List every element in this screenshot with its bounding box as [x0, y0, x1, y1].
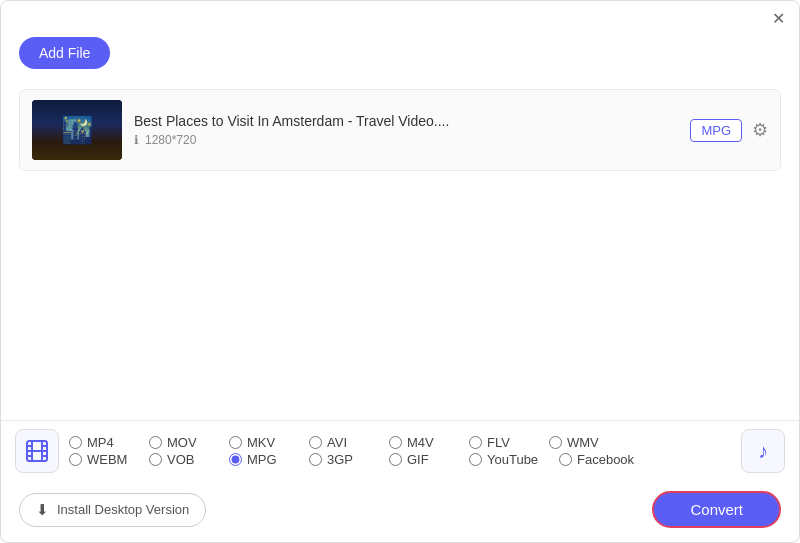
format-flv[interactable]: FLV: [469, 435, 549, 450]
info-icon: ℹ: [134, 133, 139, 147]
film-icon: [25, 439, 49, 463]
format-vob-radio[interactable]: [149, 453, 162, 466]
format-mkv[interactable]: MKV: [229, 435, 309, 450]
audio-format-icon[interactable]: ♪: [741, 429, 785, 473]
format-youtube-radio[interactable]: [469, 453, 482, 466]
format-mov-radio[interactable]: [149, 436, 162, 449]
settings-icon[interactable]: ⚙: [752, 119, 768, 141]
install-label: Install Desktop Version: [57, 502, 189, 517]
install-button[interactable]: ⬇ Install Desktop Version: [19, 493, 206, 527]
format-mov-label: MOV: [167, 435, 197, 450]
format-avi[interactable]: AVI: [309, 435, 389, 450]
format-webm[interactable]: WEBM: [69, 452, 149, 467]
format-mpg-radio[interactable]: [229, 453, 242, 466]
bottom-bar: MP4 MOV MKV AVI M4V FLV WM: [1, 420, 799, 542]
format-mkv-radio[interactable]: [229, 436, 242, 449]
format-vob-label: VOB: [167, 452, 194, 467]
file-list: Best Places to Visit In Amsterdam - Trav…: [19, 89, 781, 171]
format-m4v-radio[interactable]: [389, 436, 402, 449]
file-thumbnail: [32, 100, 122, 160]
format-avi-label: AVI: [327, 435, 347, 450]
format-bar: MP4 MOV MKV AVI M4V FLV WM: [1, 421, 799, 481]
top-area: Add File: [1, 33, 799, 79]
format-gif-radio[interactable]: [389, 453, 402, 466]
close-button[interactable]: ✕: [772, 11, 785, 27]
content-area: [1, 171, 799, 371]
file-actions: MPG ⚙: [690, 119, 768, 142]
format-avi-radio[interactable]: [309, 436, 322, 449]
format-webm-radio[interactable]: [69, 453, 82, 466]
format-vob[interactable]: VOB: [149, 452, 229, 467]
format-mov[interactable]: MOV: [149, 435, 229, 450]
format-mp4[interactable]: MP4: [69, 435, 149, 450]
file-resolution: 1280*720: [145, 133, 196, 147]
file-title: Best Places to Visit In Amsterdam - Trav…: [134, 113, 678, 129]
format-m4v[interactable]: M4V: [389, 435, 469, 450]
format-flv-radio[interactable]: [469, 436, 482, 449]
format-mp4-label: MP4: [87, 435, 114, 450]
format-badge-button[interactable]: MPG: [690, 119, 742, 142]
format-facebook-label: Facebook: [577, 452, 634, 467]
format-3gp[interactable]: 3GP: [309, 452, 389, 467]
format-wmv[interactable]: WMV: [549, 435, 629, 450]
video-format-icon[interactable]: [15, 429, 59, 473]
format-flv-label: FLV: [487, 435, 510, 450]
format-wmv-radio[interactable]: [549, 436, 562, 449]
file-meta: ℹ 1280*720: [134, 133, 678, 147]
format-mkv-label: MKV: [247, 435, 275, 450]
format-youtube[interactable]: YouTube: [469, 452, 559, 467]
format-facebook-radio[interactable]: [559, 453, 572, 466]
download-icon: ⬇: [36, 501, 49, 519]
format-mp4-radio[interactable]: [69, 436, 82, 449]
file-item: Best Places to Visit In Amsterdam - Trav…: [20, 90, 780, 170]
format-webm-label: WEBM: [87, 452, 127, 467]
format-youtube-label: YouTube: [487, 452, 538, 467]
title-bar: ✕: [1, 1, 799, 33]
format-3gp-label: 3GP: [327, 452, 353, 467]
format-wmv-label: WMV: [567, 435, 599, 450]
format-3gp-radio[interactable]: [309, 453, 322, 466]
add-file-button[interactable]: Add File: [19, 37, 110, 69]
format-gif[interactable]: GIF: [389, 452, 469, 467]
format-m4v-label: M4V: [407, 435, 434, 450]
format-gif-label: GIF: [407, 452, 429, 467]
format-facebook[interactable]: Facebook: [559, 452, 649, 467]
file-info: Best Places to Visit In Amsterdam - Trav…: [134, 113, 678, 147]
convert-button[interactable]: Convert: [652, 491, 781, 528]
format-mpg-label: MPG: [247, 452, 277, 467]
action-bar: ⬇ Install Desktop Version Convert: [1, 481, 799, 542]
format-mpg[interactable]: MPG: [229, 452, 309, 467]
